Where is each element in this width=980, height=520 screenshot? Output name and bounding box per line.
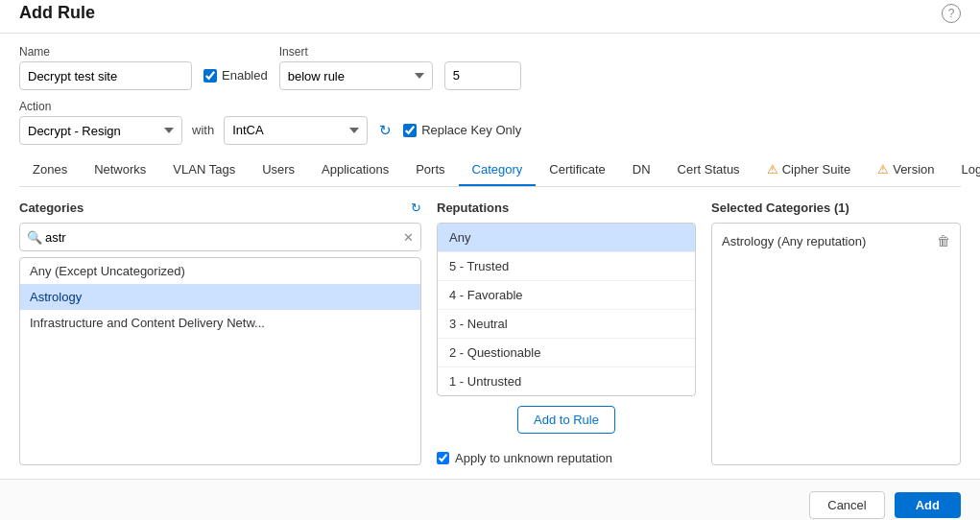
search-wrap: 🔍 ✕ bbox=[19, 223, 421, 251]
selected-categories-title: Selected Categories (1) bbox=[711, 201, 849, 215]
insert-num-input[interactable] bbox=[444, 61, 521, 90]
name-group: Name bbox=[19, 45, 192, 90]
cancel-button[interactable]: Cancel bbox=[809, 491, 884, 519]
delete-icon[interactable]: 🗑 bbox=[937, 233, 950, 248]
form-section: Name Enabled Insert below rule above rul… bbox=[0, 34, 980, 145]
tab-cert-status[interactable]: Cert Status bbox=[664, 154, 753, 186]
tab-zones[interactable]: Zones bbox=[19, 154, 81, 186]
replace-key-group: Replace Key Only bbox=[403, 123, 521, 137]
reputations-panel: Reputations Any 5 - Trusted 4 - Favorabl… bbox=[437, 201, 696, 465]
tab-vlan-tags[interactable]: VLAN Tags bbox=[159, 154, 249, 186]
search-icon: 🔍 bbox=[27, 230, 42, 245]
modal-overlay: Add Rule ? Name Enabled Insert bbox=[0, 0, 980, 520]
form-row-2: Action Decrypt - Resign Decrypt - Known … bbox=[19, 100, 961, 145]
apply-unknown-checkbox[interactable] bbox=[437, 452, 449, 464]
tab-ports[interactable]: Ports bbox=[402, 154, 458, 186]
tab-applications[interactable]: Applications bbox=[308, 154, 402, 186]
selected-categories-header: Selected Categories (1) bbox=[711, 201, 961, 215]
apply-unknown-row: Apply to unknown reputation bbox=[437, 451, 696, 465]
insert-label: Insert bbox=[279, 45, 433, 59]
reputations-panel-title: Reputations bbox=[437, 201, 509, 215]
action-label: Action bbox=[19, 100, 182, 113]
name-input[interactable] bbox=[19, 61, 192, 90]
rep-item[interactable]: 2 - Questionable bbox=[438, 339, 695, 367]
tab-category[interactable]: Category bbox=[459, 154, 537, 186]
tab-certificate[interactable]: Certificate bbox=[536, 154, 619, 186]
modal-footer: Cancel Add bbox=[0, 479, 980, 520]
add-to-rule-button[interactable]: Add to Rule bbox=[517, 406, 615, 434]
version-warning-icon: ⚠ bbox=[877, 162, 889, 177]
rep-item[interactable]: 1 - Untrusted bbox=[438, 367, 695, 395]
insert-select[interactable]: below rule above rule at top at bottom bbox=[279, 61, 433, 90]
modal-title: Add Rule bbox=[19, 3, 95, 23]
list-item[interactable]: Any (Except Uncategorized) bbox=[20, 258, 420, 284]
tabs-bar: Zones Networks VLAN Tags Users Applicati… bbox=[19, 154, 961, 187]
categories-panel-title: Categories bbox=[19, 201, 84, 215]
list-item[interactable]: Astrology bbox=[20, 284, 420, 310]
clear-icon[interactable]: ✕ bbox=[403, 230, 414, 245]
with-label: with bbox=[192, 123, 214, 137]
tab-cipher-suite[interactable]: ⚠ Cipher Suite bbox=[753, 154, 865, 186]
enabled-group: Enabled bbox=[203, 68, 268, 83]
enabled-label: Enabled bbox=[222, 68, 268, 83]
form-row-1: Name Enabled Insert below rule above rul… bbox=[19, 45, 961, 90]
rep-item[interactable]: 4 - Favorable bbox=[438, 281, 695, 310]
enabled-checkbox[interactable] bbox=[203, 69, 217, 83]
categories-panel-header: Categories ↻ bbox=[19, 201, 421, 215]
list-item[interactable]: Infrastructure and Content Delivery Netw… bbox=[20, 310, 420, 336]
reputations-panel-header: Reputations bbox=[437, 201, 696, 215]
insert-group: Insert below rule above rule at top at b… bbox=[279, 45, 433, 90]
name-label: Name bbox=[19, 45, 192, 59]
action-select-wrap: Decrypt - Resign Decrypt - Known Key Do … bbox=[19, 116, 182, 145]
selected-categories-list: Astrology (Any reputation) 🗑 bbox=[711, 223, 961, 465]
replace-key-label: Replace Key Only bbox=[421, 123, 521, 137]
rep-item[interactable]: 3 - Neutral bbox=[438, 310, 695, 339]
help-icon[interactable]: ? bbox=[942, 4, 961, 23]
categories-search-input[interactable] bbox=[19, 223, 421, 251]
tab-dn[interactable]: DN bbox=[619, 154, 664, 186]
categories-list: Any (Except Uncategorized) Astrology Inf… bbox=[19, 257, 421, 465]
content-area: Categories ↻ 🔍 ✕ Any (Except Uncategoriz… bbox=[0, 187, 980, 479]
apply-unknown-label: Apply to unknown reputation bbox=[455, 451, 612, 465]
tab-users[interactable]: Users bbox=[249, 154, 308, 186]
reputations-list: Any 5 - Trusted 4 - Favorable 3 - Neutra… bbox=[437, 223, 696, 396]
tab-networks[interactable]: Networks bbox=[81, 154, 159, 186]
rep-item[interactable]: Any bbox=[438, 224, 695, 252]
categories-panel: Categories ↻ 🔍 ✕ Any (Except Uncategoriz… bbox=[19, 201, 421, 465]
ca-group: IntCA ExternalCA bbox=[224, 116, 368, 145]
cipher-suite-warning-icon: ⚠ bbox=[767, 162, 778, 177]
selected-categories-panel: Selected Categories (1) Astrology (Any r… bbox=[711, 201, 961, 465]
action-select[interactable]: Decrypt - Resign Decrypt - Known Key Do … bbox=[19, 116, 182, 145]
modal-header: Add Rule ? bbox=[0, 0, 980, 34]
rep-item[interactable]: 5 - Trusted bbox=[438, 252, 695, 281]
add-rule-modal: Add Rule ? Name Enabled Insert bbox=[0, 0, 980, 520]
tab-version[interactable]: ⚠ Version bbox=[864, 154, 947, 186]
replace-key-checkbox[interactable] bbox=[403, 124, 417, 137]
categories-refresh-button[interactable]: ↻ bbox=[411, 201, 421, 215]
action-group: Action Decrypt - Resign Decrypt - Known … bbox=[19, 100, 182, 145]
insert-num-group bbox=[444, 61, 521, 90]
tab-logging[interactable]: Logging bbox=[948, 154, 980, 186]
list-item: Astrology (Any reputation) 🗑 bbox=[712, 227, 960, 254]
add-button[interactable]: Add bbox=[895, 492, 961, 518]
ca-select[interactable]: IntCA ExternalCA bbox=[224, 116, 368, 145]
refresh-button[interactable]: ↻ bbox=[377, 122, 394, 139]
